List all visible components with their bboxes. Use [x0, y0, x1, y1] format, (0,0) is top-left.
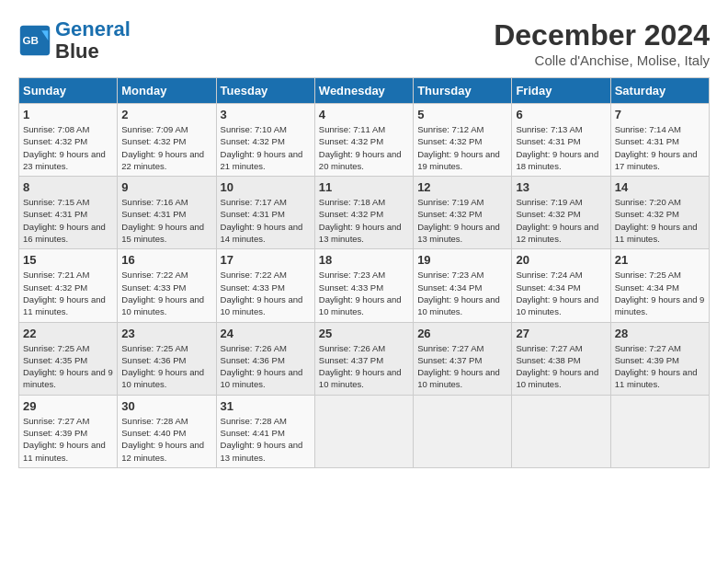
calendar-week-2: 8Sunrise: 7:15 AMSunset: 4:31 PMDaylight… [19, 177, 710, 249]
day-number: 13 [516, 180, 606, 194]
day-number: 2 [121, 108, 211, 121]
day-number: 10 [221, 180, 311, 194]
day-info: Sunrise: 7:20 AMSunset: 4:32 PMDaylight:… [615, 196, 705, 245]
day-info: Sunrise: 7:26 AMSunset: 4:36 PMDaylight:… [221, 342, 311, 391]
calendar-cell: 28Sunrise: 7:27 AMSunset: 4:39 PMDayligh… [610, 322, 709, 395]
day-number: 7 [615, 108, 705, 121]
day-info: Sunrise: 7:16 AMSunset: 4:31 PMDaylight:… [121, 196, 211, 245]
logo-line2: Blue [55, 40, 131, 63]
weekday-header-row: SundayMondayTuesdayWednesdayThursdayFrid… [19, 78, 710, 104]
day-number: 8 [23, 180, 113, 194]
calendar-cell: 20Sunrise: 7:24 AMSunset: 4:34 PMDayligh… [512, 249, 610, 322]
day-number: 31 [221, 399, 311, 413]
day-number: 27 [516, 327, 606, 340]
day-number: 24 [221, 327, 311, 340]
day-number: 20 [516, 253, 606, 267]
day-info: Sunrise: 7:14 AMSunset: 4:31 PMDaylight:… [615, 123, 705, 172]
calendar-cell: 16Sunrise: 7:22 AMSunset: 4:33 PMDayligh… [118, 249, 216, 322]
day-number: 5 [417, 108, 507, 121]
day-info: Sunrise: 7:19 AMSunset: 4:32 PMDaylight:… [516, 196, 606, 245]
weekday-tuesday: Tuesday [216, 78, 314, 104]
day-number: 29 [23, 399, 113, 413]
calendar-cell: 27Sunrise: 7:27 AMSunset: 4:38 PMDayligh… [512, 322, 610, 395]
calendar-cell: 3Sunrise: 7:10 AMSunset: 4:32 PMDaylight… [216, 104, 314, 177]
calendar-table: SundayMondayTuesdayWednesdayThursdayFrid… [18, 77, 710, 468]
calendar-cell: 30Sunrise: 7:28 AMSunset: 4:40 PMDayligh… [118, 395, 216, 467]
location-subtitle: Colle d'Anchise, Molise, Italy [494, 52, 710, 68]
calendar-cell: 14Sunrise: 7:20 AMSunset: 4:32 PMDayligh… [610, 177, 709, 249]
calendar-cell: 24Sunrise: 7:26 AMSunset: 4:36 PMDayligh… [216, 322, 314, 395]
day-info: Sunrise: 7:23 AMSunset: 4:34 PMDaylight:… [417, 269, 507, 317]
day-info: Sunrise: 7:28 AMSunset: 4:40 PMDaylight:… [121, 415, 211, 464]
calendar-cell: 13Sunrise: 7:19 AMSunset: 4:32 PMDayligh… [512, 177, 610, 249]
day-info: Sunrise: 7:24 AMSunset: 4:34 PMDaylight:… [516, 269, 606, 317]
svg-text:GB: GB [23, 34, 40, 46]
day-number: 1 [23, 108, 113, 121]
weekday-friday: Friday [512, 78, 610, 104]
day-number: 4 [319, 108, 409, 121]
day-number: 9 [121, 180, 211, 194]
day-number: 21 [615, 253, 705, 267]
calendar-cell: 18Sunrise: 7:23 AMSunset: 4:33 PMDayligh… [314, 249, 413, 322]
calendar-cell: 26Sunrise: 7:27 AMSunset: 4:37 PMDayligh… [414, 322, 512, 395]
calendar-cell [314, 395, 413, 467]
day-number: 22 [23, 327, 113, 340]
calendar-cell: 11Sunrise: 7:18 AMSunset: 4:32 PMDayligh… [314, 177, 413, 249]
day-number: 6 [516, 108, 606, 121]
calendar-cell: 25Sunrise: 7:26 AMSunset: 4:37 PMDayligh… [314, 322, 413, 395]
calendar-cell: 22Sunrise: 7:25 AMSunset: 4:35 PMDayligh… [19, 322, 118, 395]
calendar-week-4: 22Sunrise: 7:25 AMSunset: 4:35 PMDayligh… [19, 322, 710, 395]
day-info: Sunrise: 7:09 AMSunset: 4:32 PMDaylight:… [121, 123, 211, 172]
calendar-cell: 7Sunrise: 7:14 AMSunset: 4:31 PMDaylight… [610, 104, 709, 177]
calendar-cell: 23Sunrise: 7:25 AMSunset: 4:36 PMDayligh… [118, 322, 216, 395]
calendar-cell: 15Sunrise: 7:21 AMSunset: 4:32 PMDayligh… [19, 249, 118, 322]
calendar-cell: 4Sunrise: 7:11 AMSunset: 4:32 PMDaylight… [314, 104, 413, 177]
title-area: December 2024 Colle d'Anchise, Molise, I… [494, 18, 710, 68]
day-info: Sunrise: 7:22 AMSunset: 4:33 PMDaylight:… [121, 269, 211, 317]
calendar-cell: 31Sunrise: 7:28 AMSunset: 4:41 PMDayligh… [216, 395, 314, 467]
day-info: Sunrise: 7:10 AMSunset: 4:32 PMDaylight:… [221, 123, 311, 172]
weekday-saturday: Saturday [610, 78, 709, 104]
calendar-cell: 6Sunrise: 7:13 AMSunset: 4:31 PMDaylight… [512, 104, 610, 177]
day-info: Sunrise: 7:12 AMSunset: 4:32 PMDaylight:… [417, 123, 507, 172]
month-title: December 2024 [494, 18, 710, 52]
calendar-cell: 8Sunrise: 7:15 AMSunset: 4:31 PMDaylight… [19, 177, 118, 249]
calendar-cell: 29Sunrise: 7:27 AMSunset: 4:39 PMDayligh… [19, 395, 118, 467]
calendar-week-5: 29Sunrise: 7:27 AMSunset: 4:39 PMDayligh… [19, 395, 710, 467]
day-info: Sunrise: 7:25 AMSunset: 4:36 PMDaylight:… [121, 342, 211, 391]
calendar-week-1: 1Sunrise: 7:08 AMSunset: 4:32 PMDaylight… [19, 104, 710, 177]
day-number: 23 [121, 327, 211, 340]
calendar-cell: 12Sunrise: 7:19 AMSunset: 4:32 PMDayligh… [414, 177, 512, 249]
day-number: 11 [319, 180, 409, 194]
day-number: 26 [417, 327, 507, 340]
day-info: Sunrise: 7:23 AMSunset: 4:33 PMDaylight:… [319, 269, 409, 317]
calendar-week-3: 15Sunrise: 7:21 AMSunset: 4:32 PMDayligh… [19, 249, 710, 322]
day-info: Sunrise: 7:25 AMSunset: 4:35 PMDaylight:… [23, 342, 113, 391]
logo-icon: GB [18, 24, 51, 57]
weekday-sunday: Sunday [19, 78, 118, 104]
day-number: 28 [615, 327, 705, 340]
day-number: 15 [23, 253, 113, 267]
day-info: Sunrise: 7:15 AMSunset: 4:31 PMDaylight:… [23, 196, 113, 245]
day-number: 25 [319, 327, 409, 340]
calendar-cell: 10Sunrise: 7:17 AMSunset: 4:31 PMDayligh… [216, 177, 314, 249]
logo: GB General Blue [18, 18, 131, 63]
page-header: GB General Blue December 2024 Colle d'An… [18, 18, 710, 68]
day-info: Sunrise: 7:21 AMSunset: 4:32 PMDaylight:… [23, 269, 113, 317]
day-number: 18 [319, 253, 409, 267]
logo-line1: General [55, 17, 131, 40]
calendar-cell: 17Sunrise: 7:22 AMSunset: 4:33 PMDayligh… [216, 249, 314, 322]
weekday-monday: Monday [118, 78, 216, 104]
calendar-cell: 21Sunrise: 7:25 AMSunset: 4:34 PMDayligh… [610, 249, 709, 322]
calendar-cell: 19Sunrise: 7:23 AMSunset: 4:34 PMDayligh… [414, 249, 512, 322]
calendar-cell [512, 395, 610, 467]
day-number: 16 [121, 253, 211, 267]
day-number: 17 [221, 253, 311, 267]
day-number: 14 [615, 180, 705, 194]
day-info: Sunrise: 7:13 AMSunset: 4:31 PMDaylight:… [516, 123, 606, 172]
calendar-body: 1Sunrise: 7:08 AMSunset: 4:32 PMDaylight… [19, 104, 710, 468]
day-number: 19 [417, 253, 507, 267]
calendar-cell: 2Sunrise: 7:09 AMSunset: 4:32 PMDaylight… [118, 104, 216, 177]
day-info: Sunrise: 7:22 AMSunset: 4:33 PMDaylight:… [221, 269, 311, 317]
day-info: Sunrise: 7:08 AMSunset: 4:32 PMDaylight:… [23, 123, 113, 172]
